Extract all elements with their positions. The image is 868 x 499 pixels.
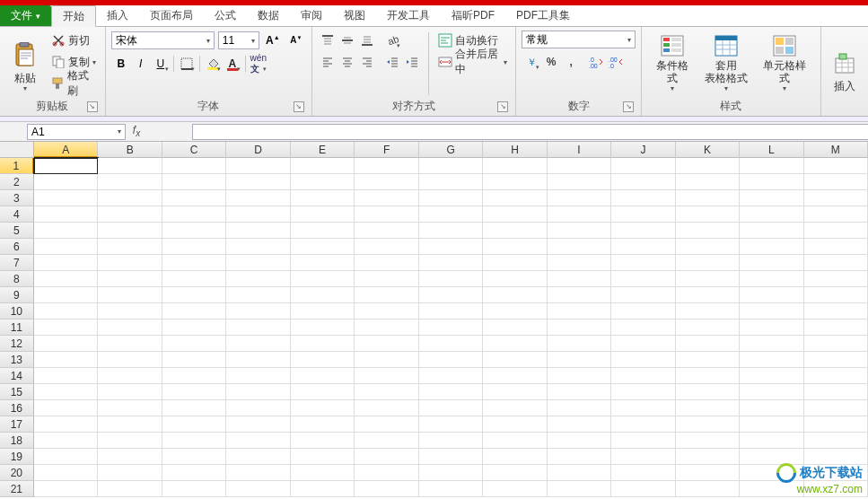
- cell[interactable]: [226, 384, 290, 400]
- tab-插入[interactable]: 插入: [96, 5, 139, 26]
- format-painter-button[interactable]: 格式刷: [48, 74, 100, 93]
- cell[interactable]: [355, 271, 418, 287]
- cell[interactable]: [98, 223, 162, 239]
- cell[interactable]: [611, 271, 675, 287]
- cell[interactable]: [355, 174, 418, 190]
- cell[interactable]: [419, 271, 483, 287]
- tab-数据[interactable]: 数据: [247, 5, 290, 26]
- row-header[interactable]: 19: [0, 449, 34, 465]
- cell[interactable]: [419, 400, 483, 416]
- cell[interactable]: [355, 416, 418, 433]
- cell[interactable]: [611, 400, 675, 416]
- cell[interactable]: [34, 368, 98, 384]
- cell[interactable]: [548, 206, 611, 223]
- cell[interactable]: [483, 158, 547, 174]
- cell[interactable]: [676, 255, 740, 271]
- cell[interactable]: [611, 368, 675, 384]
- cell[interactable]: [740, 449, 803, 465]
- cell[interactable]: [483, 481, 547, 497]
- column-header[interactable]: C: [162, 142, 226, 158]
- cell[interactable]: [548, 287, 611, 303]
- cell[interactable]: [226, 368, 290, 384]
- italic-button[interactable]: I: [131, 54, 151, 74]
- merge-center-button[interactable]: 合并后居中▾: [435, 52, 510, 72]
- cell[interactable]: [162, 384, 226, 400]
- cell[interactable]: [355, 400, 418, 416]
- tab-开发工具[interactable]: 开发工具: [376, 5, 441, 26]
- cell[interactable]: [162, 336, 226, 352]
- cell[interactable]: [419, 481, 483, 497]
- decrease-font-icon[interactable]: A▼: [286, 31, 306, 50]
- align-middle-icon[interactable]: [338, 31, 357, 50]
- column-header[interactable]: D: [226, 142, 290, 158]
- clipboard-launcher-icon[interactable]: ↘: [87, 101, 98, 112]
- tab-福昕PDF[interactable]: 福昕PDF: [441, 5, 505, 26]
- cell[interactable]: [676, 320, 740, 336]
- column-header[interactable]: K: [676, 142, 740, 158]
- cell[interactable]: [740, 255, 803, 271]
- cell[interactable]: [226, 255, 290, 271]
- fx-icon[interactable]: fx: [126, 124, 147, 138]
- column-header[interactable]: F: [355, 142, 418, 158]
- cell[interactable]: [355, 320, 418, 336]
- cell[interactable]: [291, 433, 355, 449]
- cell[interactable]: [291, 174, 355, 190]
- cell[interactable]: [226, 320, 290, 336]
- font-name-combo[interactable]: 宋体▾: [111, 31, 215, 49]
- cell[interactable]: [548, 174, 611, 190]
- tab-视图[interactable]: 视图: [333, 5, 376, 26]
- cell[interactable]: [34, 303, 98, 320]
- cell[interactable]: [226, 416, 290, 433]
- cell[interactable]: [98, 255, 162, 271]
- cell[interactable]: [162, 174, 226, 190]
- column-header[interactable]: G: [419, 142, 483, 158]
- cell[interactable]: [611, 352, 675, 368]
- cell[interactable]: [291, 255, 355, 271]
- cell[interactable]: [740, 239, 803, 255]
- cell[interactable]: [804, 255, 868, 271]
- cell[interactable]: [34, 271, 98, 287]
- cell[interactable]: [98, 368, 162, 384]
- cell[interactable]: [804, 239, 868, 255]
- cell[interactable]: [419, 223, 483, 239]
- cell[interactable]: [419, 352, 483, 368]
- cell-styles-button[interactable]: 单元格样式: [755, 31, 815, 95]
- cell[interactable]: [291, 320, 355, 336]
- cell[interactable]: [355, 336, 418, 352]
- row-header[interactable]: 17: [0, 416, 34, 433]
- tab-公式[interactable]: 公式: [204, 5, 247, 26]
- tab-开始[interactable]: 开始: [51, 5, 96, 27]
- cell[interactable]: [226, 400, 290, 416]
- cell[interactable]: [34, 384, 98, 400]
- cell[interactable]: [34, 465, 98, 481]
- cell[interactable]: [291, 287, 355, 303]
- cell[interactable]: [483, 320, 547, 336]
- cell[interactable]: [291, 336, 355, 352]
- cell[interactable]: [676, 206, 740, 223]
- cell[interactable]: [162, 303, 226, 320]
- cell[interactable]: [611, 287, 675, 303]
- cell[interactable]: [291, 481, 355, 497]
- cell[interactable]: [419, 239, 483, 255]
- cell[interactable]: [548, 416, 611, 433]
- cell[interactable]: [548, 255, 611, 271]
- cell[interactable]: [804, 465, 868, 481]
- cell[interactable]: [676, 239, 740, 255]
- cell[interactable]: [34, 449, 98, 465]
- row-header[interactable]: 15: [0, 384, 34, 400]
- cell[interactable]: [804, 352, 868, 368]
- cell[interactable]: [611, 449, 675, 465]
- cell[interactable]: [740, 271, 803, 287]
- row-header[interactable]: 4: [0, 206, 34, 223]
- cell[interactable]: [611, 320, 675, 336]
- cell[interactable]: [548, 384, 611, 400]
- accounting-format-button[interactable]: ￥: [522, 52, 541, 72]
- cell[interactable]: [355, 368, 418, 384]
- cell[interactable]: [483, 416, 547, 433]
- cell[interactable]: [804, 449, 868, 465]
- cell[interactable]: [291, 271, 355, 287]
- row-header[interactable]: 12: [0, 336, 34, 352]
- cell[interactable]: [548, 271, 611, 287]
- paste-button[interactable]: 粘贴: [5, 31, 45, 95]
- cell[interactable]: [419, 416, 483, 433]
